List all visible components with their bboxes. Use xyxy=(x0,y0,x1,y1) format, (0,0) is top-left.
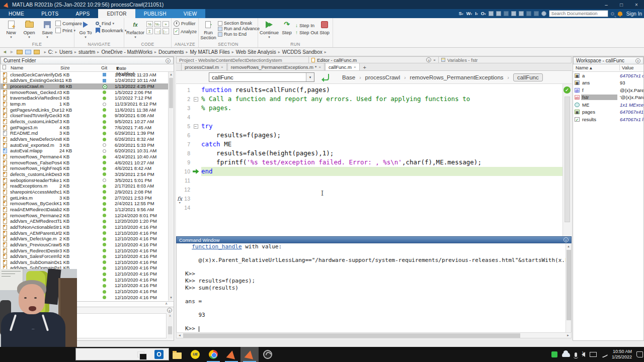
breadcrumb[interactable]: ▸C:▸Users▸stuartm▸OneDrive - MathWorks▸D… xyxy=(43,49,328,55)
code-line[interactable]: 6 results=f(pages); xyxy=(176,131,572,140)
link-icon[interactable] xyxy=(600,351,608,358)
file-row[interactable]: getPages3.m4 KB7/6/2021 7:45 AM xyxy=(1,125,169,131)
code-line[interactable]: 11 xyxy=(176,176,572,185)
shortcut-i-button[interactable]: I▾ xyxy=(475,11,478,16)
file-row[interactable]: temp.m1 KB11/23/2021 8:12 PM xyxy=(1,101,169,107)
new-button[interactable]: New▾ xyxy=(2,20,20,39)
step-out-button[interactable]: ↑Step Out xyxy=(295,30,318,35)
workspace-row[interactable]: ✓results647067x1 logi... xyxy=(573,116,643,123)
ribbon-tab-editor[interactable]: EDITOR xyxy=(98,9,135,18)
file-row[interactable]: removeRows_Permanen...2 KB12/24/2020 8:0… xyxy=(1,213,169,219)
taskbar-outlook-icon[interactable]: O xyxy=(150,347,168,362)
file-row[interactable]: closedGeckCanVerifyDa...5 KB1/24/2022 11… xyxy=(1,72,169,78)
file-row[interactable]: README.md3 KB6/29/2021 1:39 PM xyxy=(1,131,169,137)
undo-icon[interactable] xyxy=(526,11,531,16)
ribbon-tab-apps[interactable]: APPS xyxy=(67,9,99,18)
combo-dropdown-icon[interactable]: ▾ xyxy=(306,73,314,81)
file-row[interactable]: processCrawl.m86 KB1/13/2022 4:25 PM xyxy=(1,83,169,89)
comment-icon[interactable]: % xyxy=(146,21,153,27)
command-window-menu-icon[interactable]: ∨ xyxy=(564,237,569,242)
editor-panel-menu-icon[interactable]: ∨ xyxy=(426,57,431,62)
file-row[interactable]: sharepointAccessMetho...1 KB2/9/2021 2:0… xyxy=(1,189,169,195)
shortcut-s-button[interactable]: S▾ xyxy=(459,11,463,16)
display-icon[interactable] xyxy=(590,352,597,357)
up-folder-icon[interactable] xyxy=(17,50,23,54)
file-row[interactable]: addVars_AEMRedirectTr...1 KB12/20/2020 1… xyxy=(1,218,169,224)
file-row[interactable]: defects_customLinkDef...3 KB9/5/2021 10:… xyxy=(1,119,169,125)
taskbar-clock[interactable]: 10:50 AM 1/25/2022 xyxy=(612,349,632,360)
call-stack-breadcrumb[interactable]: Base›processCrawl›removeRows_PermanentEx… xyxy=(342,72,543,82)
call-stack-item[interactable]: callFunc xyxy=(513,73,543,81)
hscrollbar-thumb[interactable] xyxy=(183,333,520,338)
browse-folder-icon[interactable] xyxy=(25,50,31,54)
breadcrumb-segment[interactable]: My MATLAB Files xyxy=(189,49,231,55)
fold-collapse-icon[interactable]: − xyxy=(194,124,198,129)
indent-icon[interactable]: » xyxy=(163,21,169,27)
wrap-comments-icon[interactable]: %- xyxy=(154,21,161,27)
tab-close-icon[interactable]: × xyxy=(318,65,321,69)
vscrollbar-thumb[interactable] xyxy=(567,250,571,320)
return-to-caller-icon[interactable] xyxy=(321,73,330,82)
redo-icon[interactable] xyxy=(534,11,539,16)
taskbar-obs-icon[interactable] xyxy=(259,347,277,362)
step-in-button[interactable]: ↓Step In xyxy=(295,23,318,28)
variables-panel-tab[interactable]: Variables - fstr xyxy=(439,56,572,63)
document-tab[interactable]: callFunc.m× xyxy=(325,63,360,70)
cut-icon[interactable] xyxy=(504,11,509,16)
search-documentation-input[interactable] xyxy=(549,10,608,17)
file-row[interactable]: addVars_RedirectDestin...3 KB12/10/2020 … xyxy=(1,248,169,254)
taskbar-explorer-icon[interactable] xyxy=(168,347,186,362)
breadcrumb-segment[interactable]: WCDDS Sandbox xyxy=(281,49,324,55)
workspace-row[interactable]: ▦ans93 xyxy=(573,79,643,87)
notification-bell-icon[interactable] xyxy=(618,12,622,16)
code-line[interactable]: 8 results=false(height(pages),1); xyxy=(176,149,572,158)
file-row[interactable]: addVars_AEMParentUrl.m2 KB12/10/2020 4:1… xyxy=(1,230,169,236)
workspace-row[interactable]: ▦pages647067x41 tab... xyxy=(573,109,643,116)
new-script-icon[interactable] xyxy=(489,11,494,16)
file-list-scrollbar[interactable]: ▲ ▼ xyxy=(168,72,173,301)
file-row[interactable]: addToNonActionableStr...1 KB12/10/2020 4… xyxy=(1,224,169,230)
command-window-hscrollbar[interactable]: ◄ ► xyxy=(176,332,572,338)
section-break-button[interactable]: Section Break xyxy=(218,21,260,26)
code-line[interactable]: 3% pages. xyxy=(176,104,572,113)
code-line[interactable]: 12 xyxy=(176,185,572,194)
decrease-indent-icon[interactable]: |← xyxy=(163,28,169,34)
command-window-header[interactable]: Command Window ∨ xyxy=(176,236,572,243)
step-button[interactable]: ↷Step xyxy=(279,20,294,35)
sign-in-link[interactable]: Sign In xyxy=(626,11,642,17)
refactor-button[interactable]: fxRefactor▾ xyxy=(125,20,145,39)
call-stack-item[interactable]: removeRows_PermanentExceptions xyxy=(410,74,504,80)
editor-panel-tab[interactable]: Editor - callFunc.m ∨× xyxy=(309,56,439,63)
editor-panel-close-icon[interactable]: × xyxy=(433,58,436,62)
ribbon-tab-publish[interactable]: PUBLISH xyxy=(135,9,175,18)
close-button[interactable]: × xyxy=(629,0,644,9)
stop-button[interactable]: Stop xyxy=(317,20,332,35)
file-row[interactable]: readExceptions.m2 KB2/17/2021 8:03 AM xyxy=(1,183,169,189)
file-row[interactable]: removeRows_Permanen...4 KB4/24/2021 10:4… xyxy=(1,154,169,160)
project-panel-tab[interactable]: Project - WebsiteContentDefectDetectionS… xyxy=(176,56,309,63)
back-icon[interactable]: ◄ xyxy=(3,49,7,54)
workspace-row[interactable]: abfstr'@(x)x.Parent xyxy=(573,94,643,102)
command-output-link[interactable]: function_handle xyxy=(192,243,242,250)
code-analyzer-check-icon[interactable]: ✓ xyxy=(564,86,571,94)
file-row[interactable]: closeFixedToVerifyGeck...3 KB9/30/2021 6… xyxy=(1,113,169,119)
help-icon[interactable] xyxy=(541,11,546,16)
code-line[interactable]: 13 xyxy=(176,194,572,203)
file-row[interactable]: traverseBackViaRedirect...3 KB1/2/2022 7… xyxy=(1,96,169,102)
file-row[interactable]: getLinks.m3 KB2/7/2021 2:53 PM xyxy=(1,195,169,201)
open-button[interactable]: Open▾ xyxy=(20,20,38,39)
file-row[interactable]: defects_customLinkDest...3 KB3/25/2021 2… xyxy=(1,171,169,177)
file-row[interactable]: getPagesAndLinks_Duri...12 KB11/6/2021 1… xyxy=(1,107,169,113)
breadcrumb-segment[interactable]: Documents xyxy=(157,49,185,55)
code-line[interactable]: 9 fprintf('%s test/exception failed. Err… xyxy=(176,158,572,167)
profiler-button[interactable]: Profiler xyxy=(174,21,197,27)
search-icon[interactable] xyxy=(611,12,614,16)
paste-icon[interactable] xyxy=(519,11,524,16)
smart-indent-icon[interactable]: Σ xyxy=(146,28,153,34)
breadcrumb-segment[interactable]: stuartm xyxy=(77,49,96,55)
workspace-row[interactable]: @f@(x)x.Parent_ xyxy=(573,86,643,94)
bookmark-button[interactable]: Bookmark▾ xyxy=(96,28,126,33)
workspace-column-headers[interactable]: Name ▴ Value xyxy=(573,64,643,72)
file-row[interactable]: addVars_PreviousCrawll...5 KB12/10/2020 … xyxy=(1,242,169,248)
increase-indent-icon[interactable]: →| xyxy=(154,28,161,34)
